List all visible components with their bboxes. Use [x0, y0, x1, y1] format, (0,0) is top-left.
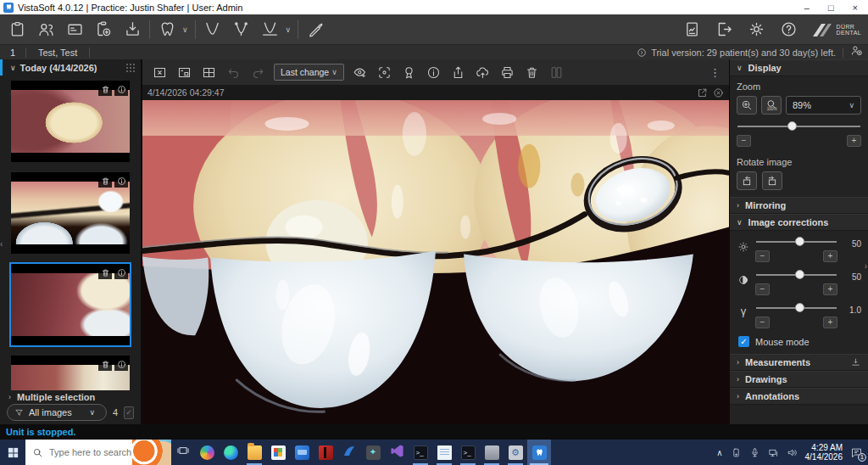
image-info-icon[interactable] — [114, 174, 128, 188]
arch-view-button[interactable] — [203, 20, 223, 40]
close-image-icon[interactable] — [713, 87, 724, 98]
app-icon-grey[interactable] — [480, 440, 504, 465]
settings-gear-icon[interactable] — [747, 20, 767, 40]
terminal-2-icon[interactable]: >_ — [456, 440, 480, 465]
delete-image-icon[interactable] — [98, 357, 112, 371]
import-button[interactable] — [122, 20, 142, 40]
wallet-icon[interactable] — [290, 440, 314, 465]
chevron-down-icon[interactable]: ∨ — [286, 25, 292, 34]
delete-image-icon[interactable] — [98, 82, 112, 96]
section-measurements[interactable]: › Measurements — [730, 354, 868, 371]
probe-pen-button[interactable] — [305, 20, 326, 40]
arch-holder-view-button[interactable] — [231, 20, 252, 40]
patient-record-button[interactable] — [7, 20, 27, 40]
brightness-slider[interactable] — [756, 237, 837, 247]
image-info-icon[interactable] — [114, 82, 128, 96]
grid-view-icon[interactable] — [125, 63, 136, 73]
setup-app-icon[interactable]: ⚙ — [504, 440, 527, 465]
zoom-plus-button[interactable]: + — [847, 135, 861, 147]
info-icon[interactable] — [426, 64, 442, 81]
multi-select-checkbox[interactable]: ✓ — [124, 406, 134, 419]
multiple-selection-toggle[interactable]: › Multiple selection — [0, 390, 141, 404]
contrast-slider[interactable] — [756, 270, 837, 280]
volume-icon[interactable] — [787, 447, 798, 458]
more-options-icon[interactable]: ⋮ — [709, 66, 721, 79]
minimize-button[interactable]: – — [804, 2, 810, 14]
gamma-slider[interactable] — [756, 303, 837, 313]
media-app-icon[interactable] — [314, 440, 337, 465]
quality-seal-icon[interactable] — [401, 64, 418, 81]
focus-center-icon[interactable] — [376, 64, 393, 81]
cloud-upload-icon[interactable] — [475, 64, 492, 81]
exit-button[interactable] — [715, 20, 735, 40]
arch-table-view-button[interactable] — [260, 20, 281, 40]
usb-device-icon[interactable] — [731, 447, 742, 458]
start-button[interactable] — [0, 440, 25, 465]
section-annotations[interactable]: › Annotations — [730, 388, 868, 405]
tray-expand-icon[interactable]: ∧ — [716, 448, 722, 457]
section-mirroring[interactable]: › Mirroring — [730, 197, 868, 214]
brightness-plus-button[interactable]: + — [823, 250, 837, 262]
eye-add-icon[interactable] — [352, 64, 369, 81]
copilot-icon[interactable] — [195, 440, 219, 465]
measurement-export-icon[interactable] — [850, 357, 861, 368]
maximize-button[interactable]: □ — [828, 2, 834, 14]
zoom-percent-select[interactable]: 89% ∨ — [786, 96, 861, 115]
taskbar-search[interactable] — [25, 440, 171, 465]
print-icon[interactable] — [499, 64, 516, 81]
edge-icon[interactable] — [219, 440, 242, 465]
visual-studio-icon[interactable] — [385, 440, 409, 465]
new-record-button[interactable] — [93, 20, 114, 40]
thumbnail-2[interactable] — [11, 172, 130, 254]
thumbnail-1[interactable] — [11, 81, 130, 162]
layout-single-icon[interactable] — [151, 64, 168, 81]
delete-image-icon[interactable] — [98, 266, 112, 279]
zoom-fit-button[interactable] — [737, 96, 757, 115]
rotate-left-button[interactable] — [737, 171, 757, 190]
panel-collapse-handle[interactable]: › — [865, 261, 867, 271]
section-display[interactable]: ∨ Display — [730, 59, 868, 76]
patient-tab[interactable]: Test, Test — [26, 48, 89, 58]
popout-icon[interactable] — [697, 87, 708, 98]
image-filter-dropdown[interactable]: All images ∨ — [7, 404, 107, 421]
history-dropdown[interactable]: Last change ∨ — [274, 64, 344, 81]
mouse-mode-checkbox[interactable]: ✓ — [738, 336, 749, 347]
sidebar-group-header[interactable]: ∨ Today (4/14/2026) — [0, 59, 141, 76]
utility-app-icon[interactable]: ✦ — [361, 440, 385, 465]
gamma-minus-button[interactable]: − — [755, 317, 770, 328]
gamma-plus-button[interactable]: + — [823, 317, 837, 328]
section-drawings[interactable]: › Drawings — [730, 371, 868, 388]
terminal-icon[interactable]: >_ — [409, 440, 432, 465]
add-patient-icon[interactable] — [850, 44, 863, 60]
delete-icon[interactable] — [524, 64, 541, 81]
intraoral-photo[interactable] — [142, 100, 729, 424]
vistasoft-taskbar-icon[interactable] — [527, 440, 551, 465]
close-button[interactable]: × — [853, 2, 858, 14]
layout-grid-icon[interactable] — [200, 64, 217, 81]
help-icon[interactable] — [779, 20, 799, 40]
notepad-icon[interactable] — [432, 440, 456, 465]
image-info-icon[interactable] — [114, 357, 128, 371]
layout-split-icon[interactable] — [175, 64, 192, 81]
patients-button[interactable] — [36, 20, 56, 40]
search-highlight-image[interactable] — [132, 440, 171, 465]
report-button[interactable] — [682, 20, 703, 40]
network-icon[interactable] — [768, 447, 779, 458]
taskbar-clock[interactable]: 4:29 AM 4/14/2026 — [805, 443, 843, 462]
notification-icon[interactable]: 1 — [850, 446, 863, 459]
thumbnail-3-selected[interactable] — [11, 264, 130, 345]
store-icon[interactable] — [266, 440, 290, 465]
microphone-icon[interactable] — [749, 447, 760, 458]
export-icon[interactable] — [450, 64, 467, 81]
wireshark-icon[interactable] — [337, 440, 361, 465]
section-image-corrections[interactable]: ∨ Image corrections — [730, 214, 868, 231]
mouse-mode-row[interactable]: ✓ Mouse mode — [730, 330, 868, 354]
tooth-acquisition-button[interactable] — [157, 20, 177, 40]
file-explorer-icon[interactable] — [242, 440, 266, 465]
zoom-minus-button[interactable]: − — [737, 135, 751, 147]
brightness-minus-button[interactable]: − — [755, 250, 770, 262]
search-input[interactable] — [49, 447, 132, 457]
zoom-100-button[interactable]: 100% — [761, 96, 782, 115]
chevron-down-icon[interactable]: ∨ — [182, 25, 188, 34]
contrast-minus-button[interactable]: − — [755, 283, 770, 295]
